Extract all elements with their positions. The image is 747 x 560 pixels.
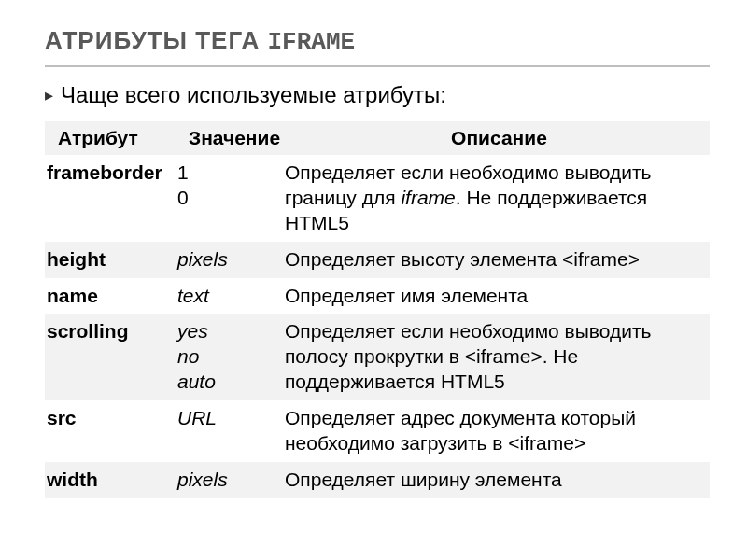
slide-title: Атрибуты тега IFRAME xyxy=(45,26,710,67)
cell-attr: width xyxy=(45,462,176,498)
table-row: name text Определяет имя элемента xyxy=(45,278,710,315)
table-header-row: Атрибут Значение Описание xyxy=(45,121,710,155)
cell-attr: framebord​er xyxy=(45,155,176,242)
cell-attr: height xyxy=(45,242,176,278)
attributes-table: Атрибут Значение Описание framebord​er 1… xyxy=(45,121,710,498)
cell-attr: scrolling xyxy=(45,314,176,400)
cell-desc: Определяет адрес документа который необх… xyxy=(283,400,710,462)
cell-desc: Определяет если необходимо выводить гран… xyxy=(283,155,710,242)
table-row: width pixels Определяет ширину элемента xyxy=(45,462,710,498)
cell-value: URL xyxy=(176,400,283,462)
intro-row: ▸ Чаще всего используемые атрибуты: xyxy=(45,82,710,108)
bullet-icon: ▸ xyxy=(45,82,53,108)
cell-desc: Определяет если необходимо выводить поло… xyxy=(283,314,710,400)
cell-attr: name xyxy=(45,278,176,315)
cell-value: pixels xyxy=(176,242,283,278)
table-row: src URL Определяет адрес документа котор… xyxy=(45,400,710,462)
cell-value: text xyxy=(176,278,283,315)
cell-desc: Определяет ширину элемента xyxy=(283,462,710,498)
col-attr: Атрибут xyxy=(45,121,176,155)
col-value: Значение xyxy=(176,121,283,155)
intro-text: Чаще всего используемые атрибуты: xyxy=(61,82,446,108)
cell-value: 1 0 xyxy=(176,155,283,242)
heading-prefix: Атрибуты тега xyxy=(45,26,268,54)
table-row: scrolling yes no auto Определяет если не… xyxy=(45,314,710,400)
cell-attr: src xyxy=(45,400,176,462)
cell-value: pixels xyxy=(176,462,283,498)
cell-value: yes no auto xyxy=(176,314,283,400)
table-row: height pixels Определяет высоту элемента… xyxy=(45,242,710,278)
col-desc: Описание xyxy=(283,121,710,155)
cell-desc: Определяет высоту элемента <iframe> xyxy=(283,242,710,278)
table-row: framebord​er 1 0 Определяет если необход… xyxy=(45,155,710,242)
heading-mono: IFRAME xyxy=(268,28,356,56)
cell-desc: Определяет имя элемента xyxy=(283,278,710,315)
